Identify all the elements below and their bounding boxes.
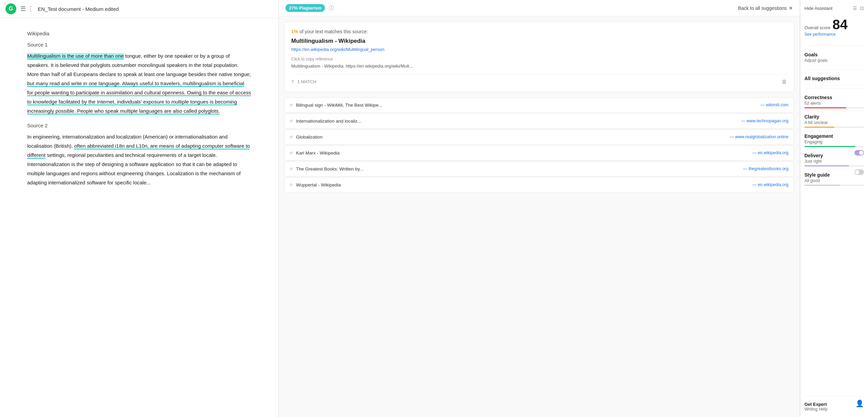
copy-ref-label: Click to copy reference <box>291 57 787 61</box>
close-icon[interactable]: ✕ <box>789 5 793 11</box>
source-item-domain: — wikimili.com <box>760 103 788 107</box>
highlighted-text-2: but many read and write in one language.… <box>27 80 251 114</box>
match-footer: ? 1 MATCH 🗑 <box>291 74 787 85</box>
source-list-item[interactable]: Wuppertal - Wikipedia — en.wikipedia.org <box>284 177 794 193</box>
top-bar: G ☰ ⋮ EN_Test document - Medium edited <box>0 0 278 18</box>
clarity-label: Clarity <box>804 114 864 120</box>
source-item-name: Karl Marx - Wikipedia <box>296 150 749 156</box>
clarity-section[interactable]: Clarity A bit unclear <box>804 111 864 131</box>
bullet-dot <box>290 167 293 170</box>
source-item-domain: — www.realglobalization.online <box>730 134 788 139</box>
plagiarism-label: Plagiarism <box>299 5 322 11</box>
source-item-domain: — en.wikipedia.org <box>752 182 788 187</box>
expert-person-icon: 👤 <box>855 399 864 407</box>
source2-label: Source 2 <box>27 121 251 130</box>
hamburger-icon[interactable]: ☰ ⋮ <box>20 5 34 13</box>
get-expert-sub: Writing Help <box>804 407 828 412</box>
source-item-name: Internationalization and localiz... <box>296 119 737 124</box>
doc-title: EN_Test document - Medium edited <box>38 6 119 12</box>
primary-source-card: 1% of your text matches this source: Mul… <box>284 22 794 92</box>
delivery-value: Just right <box>804 159 864 164</box>
bullet-dot <box>290 183 293 186</box>
all-suggestions-item[interactable]: All suggestions <box>804 73 864 85</box>
left-panel: G ☰ ⋮ EN_Test document - Medium edited W… <box>0 0 279 417</box>
highlighted-text-3: often abbreviated i18n and L10n, are mea… <box>27 143 250 159</box>
match-percent: 1% <box>291 29 298 34</box>
correctness-bar <box>804 107 846 108</box>
middle-header: 27% Plagiarism ⓘ Back to all suggestions… <box>279 0 800 16</box>
engagement-section[interactable]: Engagement Engaging <box>804 131 864 150</box>
source-list-item[interactable]: Karl Marx - Wikipedia — en.wikipedia.org <box>284 145 794 161</box>
overall-score-value: 84 <box>833 18 848 31</box>
engagement-value: Engaging <box>804 140 864 144</box>
list-icon[interactable]: ☰ <box>853 5 857 11</box>
plagiarism-percent: 27% <box>289 5 298 11</box>
delivery-label: Delivery <box>804 153 823 158</box>
correctness-label: Correctness <box>804 95 864 100</box>
paragraph1: Multilingualism is the use of more than … <box>27 51 251 115</box>
match-help-icon[interactable]: ? <box>291 79 294 85</box>
goals-section: Goals Adjust goals <box>804 49 864 66</box>
overall-score-label: Overall score <box>804 25 831 30</box>
style-guide-value: All good <box>804 178 864 183</box>
source-url-link[interactable]: https://en.wikipedia.org/wiki/Multilingu… <box>291 47 384 52</box>
clarity-value: A bit unclear <box>804 120 864 125</box>
match-desc: of your text matches this source: <box>299 29 368 34</box>
middle-panel: 27% Plagiarism ⓘ Back to all suggestions… <box>279 0 800 417</box>
wikipedia-label: Wikipedia <box>27 29 251 38</box>
score-section: Overall score 84 See performance <box>804 18 864 37</box>
source-list-item[interactable]: Internationalization and localiz... — ww… <box>284 113 794 129</box>
hide-assistant-button[interactable]: Hide Assistant <box>804 6 832 11</box>
source-list-item[interactable]: The Greatest Books: Written by... — theg… <box>284 161 794 177</box>
source1-label: Source 1 <box>27 40 251 49</box>
source-item-name: Wuppertal - Wikipedia <box>296 182 749 187</box>
bullet-dot <box>290 104 293 106</box>
info-icon[interactable]: ⓘ <box>329 5 334 11</box>
correctness-value: 52 alerts <box>804 101 864 106</box>
delivery-toggle[interactable] <box>854 150 864 156</box>
style-guide-label: Style guide <box>804 172 830 178</box>
source-list: Bilingual sign - WikiMili, The Best Wiki… <box>284 97 794 193</box>
source-item-domain: — en.wikipedia.org <box>752 150 788 155</box>
all-suggestions-label: All suggestions <box>804 76 864 81</box>
style-guide-toggle[interactable] <box>854 169 864 175</box>
correctness-section[interactable]: Correctness 52 alerts <box>804 92 864 111</box>
get-expert-section[interactable]: Get Expert Writing Help 👤 <box>804 396 864 412</box>
expand-icon[interactable]: ⊡ <box>860 5 864 11</box>
doc-content: Wikipedia Source 1 Multilingualism is th… <box>0 18 278 417</box>
goals-label: Goals <box>804 52 864 57</box>
delivery-section[interactable]: Delivery Just right <box>804 150 864 169</box>
goals-sub[interactable]: Adjust goals <box>804 58 864 63</box>
right-panel: Hide Assistant ☰ ⊡ Overall score 84 See … <box>800 0 868 417</box>
bullet-dot <box>290 120 293 122</box>
engagement-label: Engagement <box>804 133 864 139</box>
bullet-dot <box>290 135 293 138</box>
copy-ref-text: Multilingualism - Wikipedia. https://en.… <box>291 63 787 70</box>
source-item-name: Globalization <box>296 134 726 140</box>
highlighted-text-1: Multilingualism is the use of more than … <box>27 53 124 59</box>
bullet-dot <box>290 151 293 154</box>
style-guide-bar <box>804 185 840 186</box>
paragraph2: In engineering, internationalization and… <box>27 132 251 187</box>
get-expert-title: Get Expert <box>804 402 828 407</box>
source-item-name: Bilingual sign - WikiMili, The Best Wiki… <box>296 103 757 108</box>
panel-icons: ☰ ⊡ <box>853 5 864 11</box>
plagiarism-badge: 27% Plagiarism <box>285 4 325 12</box>
source-item-domain: — www.technopagan.org <box>741 119 788 123</box>
match-count: 1 MATCH <box>297 79 316 84</box>
grammarly-logo[interactable]: G <box>5 3 16 14</box>
back-to-suggestions-link[interactable]: Back to all suggestions ✕ <box>738 5 793 11</box>
source-list-item[interactable]: Bilingual sign - WikiMili, The Best Wiki… <box>284 97 794 113</box>
style-guide-section[interactable]: Style guide All good <box>804 169 864 189</box>
clarity-bar <box>804 127 834 128</box>
hide-assistant-section: Hide Assistant ☰ ⊡ <box>804 5 864 11</box>
source-item-domain: — thegreatestbooks.org <box>743 166 788 171</box>
see-performance-link[interactable]: See performance <box>804 32 836 37</box>
source-title: Multilingualism - Wikipedia <box>291 38 787 44</box>
delivery-bar <box>804 165 849 166</box>
engagement-bar <box>804 146 855 147</box>
source-list-item[interactable]: Globalization — www.realglobalization.on… <box>284 129 794 145</box>
delete-source-icon[interactable]: 🗑 <box>782 79 787 85</box>
source-item-name: The Greatest Books: Written by... <box>296 166 740 171</box>
